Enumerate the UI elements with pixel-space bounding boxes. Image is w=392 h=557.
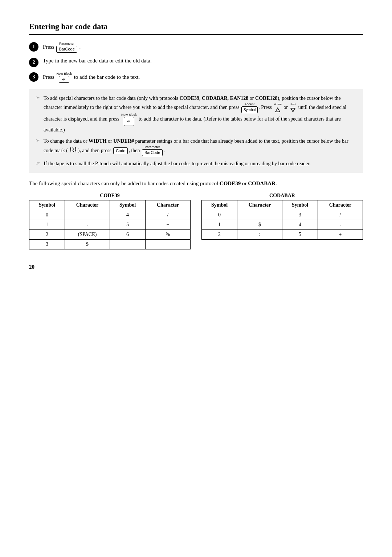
step-2-number: 2 xyxy=(29,58,38,67)
codabar-header-symbol1: Symbol xyxy=(202,200,237,210)
codabar-header-symbol2: Symbol xyxy=(282,200,318,210)
up-arrow-top-label: Home xyxy=(274,102,281,107)
svg-marker-1 xyxy=(291,108,295,112)
code39-header-row: Symbol Character Symbol Character xyxy=(29,200,191,210)
barcode-key-2: Parameter BarCode xyxy=(142,146,163,156)
note-1-text: To add special characters to the bar cod… xyxy=(44,94,356,134)
code-key: Code xyxy=(113,147,128,154)
code39-sym1-2: 2 xyxy=(29,230,65,240)
code39-header-char1: Character xyxy=(65,200,110,210)
step-1: 1 Press Parameter BarCode . xyxy=(29,41,363,53)
code39-table: Symbol Character Symbol Character 0 – 4 … xyxy=(29,200,191,249)
down-arrow-svg xyxy=(290,107,296,113)
code39-char2-0: / xyxy=(146,210,191,220)
table-row: 1 . 5 + xyxy=(29,220,191,230)
code39-sym2-2: 6 xyxy=(110,230,145,240)
table-row: 1 $ 4 . xyxy=(202,220,363,230)
step-1-number: 1 xyxy=(29,42,38,52)
barcode-key-box: BarCode xyxy=(56,46,77,53)
codabar-sym1-1: 1 xyxy=(202,220,237,230)
barcode-key-2-box: BarCode xyxy=(142,149,163,156)
table-row: 2 (SPACE) 6 % xyxy=(29,230,191,240)
following-text-or: or xyxy=(242,180,248,186)
code39-sym1-0: 0 xyxy=(29,210,65,220)
note-1: ☞ To add special characters to the bar c… xyxy=(36,94,356,134)
code39-sym2-0: 4 xyxy=(110,210,145,220)
enter-key-box: ↵ xyxy=(59,76,69,83)
step-1-period: . xyxy=(79,44,81,50)
codabar-sym2-0: 3 xyxy=(282,210,318,220)
codabar-table: Symbol Character Symbol Character 0 – 3 … xyxy=(201,200,363,240)
code39-name: CODE39 xyxy=(220,180,241,186)
note-2-text: To change the data or WIDTH or UNDER# pa… xyxy=(44,137,356,156)
codabar-sym2-1: 4 xyxy=(282,220,318,230)
enter-key-top-label: New Block xyxy=(56,72,72,76)
following-period: . xyxy=(275,180,277,186)
note-3-icon: ☞ xyxy=(36,160,40,166)
code39-char1-3: $ xyxy=(65,240,110,249)
enter-key-2-box: ↵ xyxy=(124,117,134,126)
enter-key-2-top: New Block xyxy=(121,113,137,117)
steps-list: 1 Press Parameter BarCode . 2 Type in th… xyxy=(29,41,363,83)
codabar-sym1-0: 0 xyxy=(202,210,237,220)
note-3: ☞ If the tape is to small the P-touch wi… xyxy=(36,160,356,168)
codabar-sym2-2: 5 xyxy=(282,230,318,240)
codabar-char2-1: . xyxy=(318,220,363,230)
note-2-icon: ☞ xyxy=(36,138,40,144)
table-row: 2 : 5 + xyxy=(202,230,363,240)
barcode-key-2-top: Parameter xyxy=(145,146,160,149)
page-number: 20 xyxy=(29,264,363,270)
codabar-char2-2: + xyxy=(318,230,363,240)
codabar-sym1-2: 2 xyxy=(202,230,237,240)
table-row: 3 $ xyxy=(29,240,191,249)
step-1-content: Press Parameter BarCode . xyxy=(43,41,363,53)
code39-section: CODE39 Symbol Character Symbol Character… xyxy=(29,193,191,249)
tables-container: CODE39 Symbol Character Symbol Character… xyxy=(29,193,363,249)
up-arrow-key: Home xyxy=(274,102,281,113)
codabar-header-row: Symbol Character Symbol Character xyxy=(202,200,363,210)
barcode-mark-symbol: ⌇⌇⌇ xyxy=(69,146,77,154)
codabar-char1-2: : xyxy=(237,230,282,240)
barcode-key: Parameter BarCode xyxy=(56,42,77,53)
step-2-content: Type in the new bar code data or edit th… xyxy=(43,57,363,64)
codabar-header-char1: Character xyxy=(237,200,282,210)
following-text-1: The following special characters can onl… xyxy=(29,180,218,186)
code39-char1-2: (SPACE) xyxy=(65,230,110,240)
step-1-press: Press xyxy=(43,44,54,50)
following-text: The following special characters can onl… xyxy=(29,179,363,188)
code39-sym1-3: 3 xyxy=(29,240,65,249)
codabar-char2-0: / xyxy=(318,210,363,220)
step-3-press: Press xyxy=(43,74,54,80)
codabar-name: CODABAR xyxy=(248,180,275,186)
barcode-key-top-label: Parameter xyxy=(59,42,74,45)
page-title: Entering bar code data xyxy=(29,22,363,35)
enter-key-2: New Block ↵ xyxy=(121,113,137,126)
code39-header-symbol2: Symbol xyxy=(110,200,145,210)
note-1-icon: ☞ xyxy=(36,95,40,101)
code39-char1-0: – xyxy=(65,210,110,220)
table-row: 0 – 3 / xyxy=(202,210,363,220)
symbol-key-top: Accent xyxy=(245,103,255,106)
code39-char2-3 xyxy=(146,240,191,249)
note-2: ☞ To change the data or WIDTH or UNDER# … xyxy=(36,137,356,156)
code39-title: CODE39 xyxy=(29,193,191,199)
symbol-key: Accent Symbol xyxy=(241,103,258,114)
codabar-char1-1: $ xyxy=(237,220,282,230)
code39-sym2-3 xyxy=(110,240,145,249)
note-3-text: If the tape is to small the P-touch will… xyxy=(44,160,311,168)
step-3: 3 Press New Block ↵ to add the bar code … xyxy=(29,72,363,83)
svg-marker-0 xyxy=(275,108,280,112)
codabar-char1-0: – xyxy=(237,210,282,220)
codabar-header-char2: Character xyxy=(318,200,363,210)
codabar-title: CODABAR xyxy=(201,193,363,199)
code39-sym2-1: 5 xyxy=(110,220,145,230)
code39-sym1-1: 1 xyxy=(29,220,65,230)
symbol-key-box: Symbol xyxy=(241,106,258,114)
code39-char2-2: % xyxy=(146,230,191,240)
code-key-box: Code xyxy=(113,147,128,154)
notes-box: ☞ To add special characters to the bar c… xyxy=(29,89,363,173)
code39-header-char2: Character xyxy=(146,200,191,210)
table-row: 0 – 4 / xyxy=(29,210,191,220)
step-3-content: Press New Block ↵ to add the bar code to… xyxy=(43,72,363,83)
up-arrow-svg xyxy=(274,107,281,113)
